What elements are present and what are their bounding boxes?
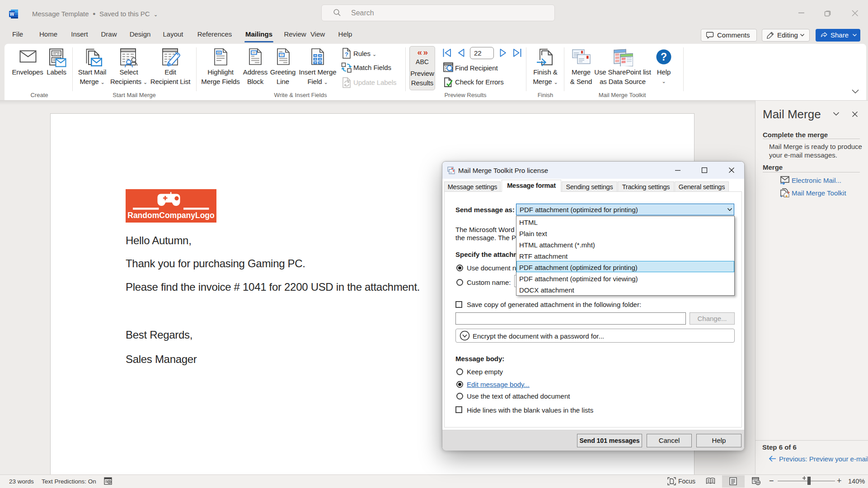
svg-text:RandomCompanyLogo: RandomCompanyLogo	[127, 211, 215, 220]
svg-text:?: ?	[345, 51, 348, 58]
svg-text:?: ?	[661, 51, 667, 63]
svg-text:W: W	[10, 11, 14, 17]
